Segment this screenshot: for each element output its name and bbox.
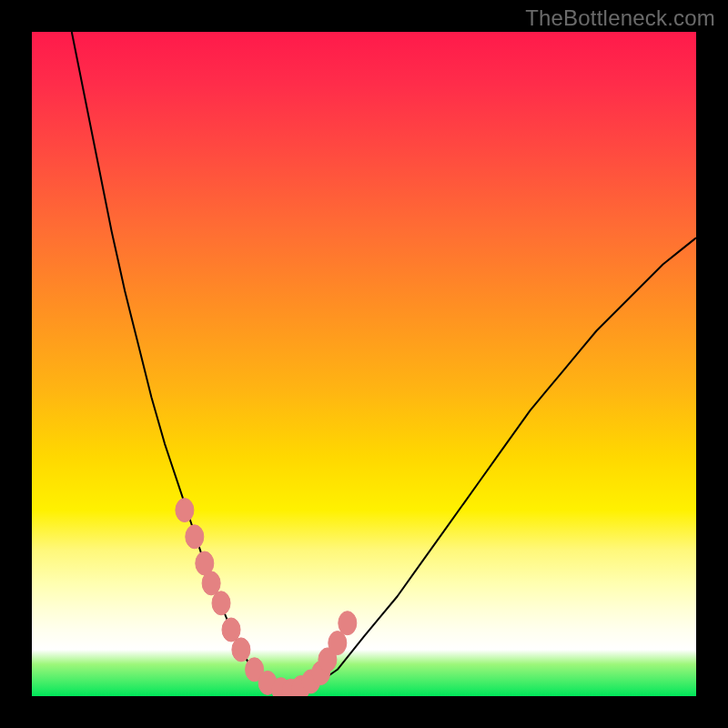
bead-marker (202, 571, 220, 595)
chart-frame: TheBottleneck.com (0, 0, 728, 728)
bead-marker (232, 638, 250, 662)
plot-area (32, 32, 696, 696)
chart-overlay (32, 32, 696, 696)
curve-line (72, 32, 696, 693)
bead-marker (212, 592, 230, 615)
bead-marker (329, 632, 347, 655)
bead-marker (222, 618, 240, 642)
bead-marker (186, 525, 204, 549)
watermark-text: TheBottleneck.com (525, 5, 715, 31)
bead-marker (339, 612, 357, 635)
bead-marker (176, 499, 194, 522)
bead-markers (176, 499, 357, 696)
